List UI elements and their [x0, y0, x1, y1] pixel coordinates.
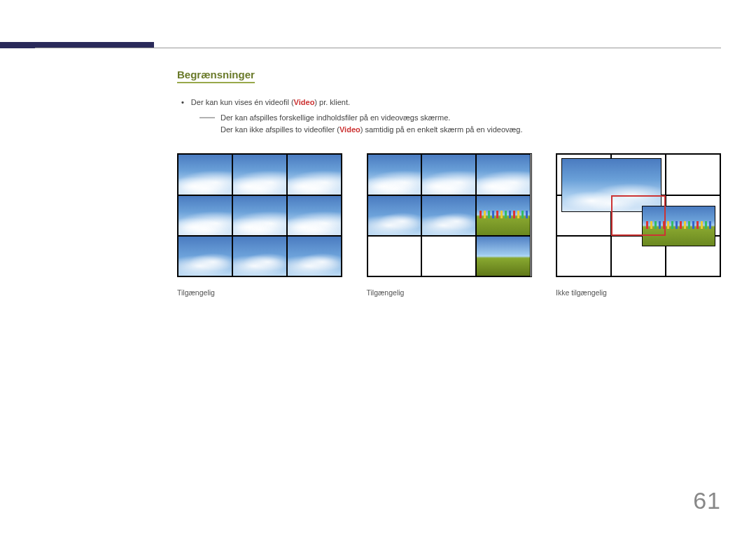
d2-cell: [421, 154, 476, 195]
d3-conflict-outline: [611, 195, 666, 236]
section-title: Begrænsninger: [177, 69, 255, 83]
diagram-2-caption: Tilgængelig: [367, 288, 532, 297]
page-number: 61: [693, 487, 721, 514]
d3-cell: [666, 154, 720, 195]
d1-cell: [232, 195, 287, 236]
d2-cell: [476, 236, 531, 276]
sub-bar-icon: ―: [200, 112, 215, 135]
diagram-3: [556, 153, 721, 277]
diagrams-row: Tilgængelig Tilgængelig: [177, 153, 721, 297]
bullet-text: Der kan kun vises én videofil (Video) pr…: [191, 97, 350, 108]
d2-cell: [368, 195, 422, 236]
diagram-1-caption: Tilgængelig: [177, 288, 342, 297]
d2-cell: [421, 195, 476, 236]
diagram-2: [367, 153, 532, 277]
d1-cell: [178, 195, 232, 236]
diagram-3-block: Ikke tilgængelig: [556, 153, 721, 297]
d1-cell: [287, 154, 342, 195]
d1-cell: [178, 236, 232, 276]
diagram-1: [177, 153, 342, 277]
diagram-1-block: Tilgængelig: [177, 153, 342, 297]
d2-cell: [421, 236, 476, 276]
d1-cell: [232, 154, 287, 195]
sub-line1: Der kan afspilles forskellige indholdsfi…: [220, 113, 450, 122]
diagram-3-caption: Ikke tilgængelig: [556, 288, 721, 297]
sub-text: Der kan afspilles forskellige indholdsfi…: [220, 112, 522, 135]
bullet-item: • Der kan kun vises én videofil (Video) …: [181, 97, 721, 108]
d2-cell: [368, 236, 422, 276]
sub-line2-video: Video: [340, 125, 360, 134]
diagram-2-block: Tilgængelig: [367, 153, 532, 297]
d1-cell: [232, 236, 287, 276]
d2-cell: [476, 195, 531, 236]
bullet-post: ) pr. klient.: [314, 98, 350, 106]
page-content: Begrænsninger • Der kan kun vises én vid…: [177, 69, 721, 297]
sub-line2-pre: Der kan ikke afspilles to videofiler (: [220, 125, 340, 134]
sub-line2-post: ) samtidig på en enkelt skærm på en vide…: [360, 125, 523, 134]
d2-cell: [476, 154, 531, 195]
bullet-dot: •: [181, 97, 184, 108]
bullet-pre: Der kan kun vises én videofil (: [191, 98, 294, 106]
d1-cell: [287, 236, 342, 276]
header-rule: [35, 48, 721, 48]
bullet-video-word: Video: [294, 98, 315, 106]
d1-cell: [178, 154, 232, 195]
d1-cell: [287, 195, 342, 236]
d2-cell: [368, 154, 422, 195]
sub-item: ― Der kan afspilles forskellige indholds…: [200, 112, 721, 135]
d3-cell: [556, 236, 611, 276]
